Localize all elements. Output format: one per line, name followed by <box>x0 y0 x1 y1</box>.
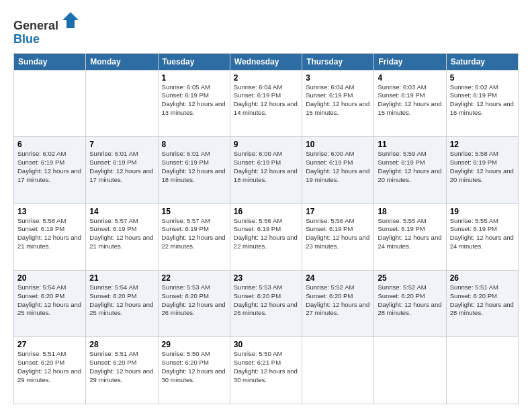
day-info: Sunrise: 5:55 AM Sunset: 6:19 PM Dayligh… <box>450 217 515 251</box>
calendar-cell: 4Sunrise: 6:03 AM Sunset: 6:19 PM Daylig… <box>374 70 446 136</box>
day-number: 30 <box>234 340 298 349</box>
calendar-cell: 10Sunrise: 6:00 AM Sunset: 6:19 PM Dayli… <box>302 137 374 203</box>
day-number: 7 <box>89 140 154 149</box>
calendar-table: SundayMondayTuesdayWednesdayThursdayFrid… <box>13 53 519 404</box>
logo-icon <box>61 11 80 30</box>
day-number: 24 <box>306 273 370 283</box>
day-number: 17 <box>306 207 370 216</box>
calendar-cell: 22Sunrise: 5:53 AM Sunset: 6:20 PM Dayli… <box>158 271 230 337</box>
day-info: Sunrise: 5:51 AM Sunset: 6:20 PM Dayligh… <box>89 350 154 384</box>
day-number: 28 <box>89 340 154 349</box>
day-number: 29 <box>162 340 226 349</box>
calendar-cell: 21Sunrise: 5:54 AM Sunset: 6:20 PM Dayli… <box>86 271 158 337</box>
calendar-cell <box>14 70 86 136</box>
day-number: 9 <box>234 140 298 149</box>
day-number: 10 <box>306 140 370 149</box>
day-info: Sunrise: 5:53 AM Sunset: 6:20 PM Dayligh… <box>234 283 298 318</box>
day-info: Sunrise: 5:56 AM Sunset: 6:19 PM Dayligh… <box>234 217 298 251</box>
calendar-row-1: 6Sunrise: 6:02 AM Sunset: 6:19 PM Daylig… <box>14 137 519 203</box>
header: General Blue <box>13 11 519 46</box>
calendar-cell: 29Sunrise: 5:50 AM Sunset: 6:20 PM Dayli… <box>158 337 230 404</box>
weekday-header-sunday: Sunday <box>14 53 86 70</box>
calendar-header-row: SundayMondayTuesdayWednesdayThursdayFrid… <box>14 53 519 70</box>
calendar-cell <box>374 337 446 404</box>
day-info: Sunrise: 5:57 AM Sunset: 6:19 PM Dayligh… <box>162 217 226 251</box>
calendar-cell: 28Sunrise: 5:51 AM Sunset: 6:20 PM Dayli… <box>86 337 158 404</box>
weekday-header-thursday: Thursday <box>302 53 374 70</box>
calendar-cell: 13Sunrise: 5:58 AM Sunset: 6:19 PM Dayli… <box>14 203 86 270</box>
day-info: Sunrise: 6:02 AM Sunset: 6:19 PM Dayligh… <box>450 83 515 118</box>
day-number: 4 <box>378 73 442 83</box>
calendar-cell: 18Sunrise: 5:55 AM Sunset: 6:19 PM Dayli… <box>374 203 446 270</box>
day-info: Sunrise: 5:51 AM Sunset: 6:20 PM Dayligh… <box>17 350 82 384</box>
day-info: Sunrise: 5:53 AM Sunset: 6:20 PM Dayligh… <box>162 283 226 318</box>
calendar-cell: 1Sunrise: 6:05 AM Sunset: 6:19 PM Daylig… <box>158 70 230 136</box>
calendar-cell: 16Sunrise: 5:56 AM Sunset: 6:19 PM Dayli… <box>230 203 302 270</box>
day-info: Sunrise: 6:04 AM Sunset: 6:19 PM Dayligh… <box>234 83 298 118</box>
weekday-header-tuesday: Tuesday <box>158 53 230 70</box>
day-number: 23 <box>234 273 298 283</box>
day-info: Sunrise: 5:58 AM Sunset: 6:19 PM Dayligh… <box>17 217 82 251</box>
day-number: 12 <box>450 140 515 149</box>
svg-marker-0 <box>62 12 79 28</box>
calendar-row-3: 20Sunrise: 5:54 AM Sunset: 6:20 PM Dayli… <box>14 271 519 337</box>
calendar-cell <box>446 337 518 404</box>
day-info: Sunrise: 6:00 AM Sunset: 6:19 PM Dayligh… <box>306 150 370 184</box>
day-info: Sunrise: 5:54 AM Sunset: 6:20 PM Dayligh… <box>89 283 154 318</box>
calendar-row-4: 27Sunrise: 5:51 AM Sunset: 6:20 PM Dayli… <box>14 337 519 404</box>
day-info: Sunrise: 6:03 AM Sunset: 6:19 PM Dayligh… <box>378 83 442 118</box>
calendar-cell: 26Sunrise: 5:51 AM Sunset: 6:20 PM Dayli… <box>446 271 518 337</box>
day-number: 18 <box>378 207 442 216</box>
day-number: 27 <box>17 340 82 349</box>
calendar-cell <box>86 70 158 136</box>
day-info: Sunrise: 5:50 AM Sunset: 6:21 PM Dayligh… <box>234 350 298 384</box>
calendar-cell: 25Sunrise: 5:52 AM Sunset: 6:20 PM Dayli… <box>374 271 446 337</box>
logo-general: General <box>13 19 58 32</box>
day-info: Sunrise: 6:05 AM Sunset: 6:19 PM Dayligh… <box>162 83 226 118</box>
weekday-header-saturday: Saturday <box>446 53 518 70</box>
calendar-cell: 23Sunrise: 5:53 AM Sunset: 6:20 PM Dayli… <box>230 271 302 337</box>
calendar-cell: 6Sunrise: 6:02 AM Sunset: 6:19 PM Daylig… <box>14 137 86 203</box>
calendar-cell: 24Sunrise: 5:52 AM Sunset: 6:20 PM Dayli… <box>302 271 374 337</box>
day-info: Sunrise: 5:55 AM Sunset: 6:19 PM Dayligh… <box>378 217 442 251</box>
day-number: 6 <box>17 140 82 149</box>
day-number: 26 <box>450 273 515 283</box>
weekday-header-wednesday: Wednesday <box>230 53 302 70</box>
day-info: Sunrise: 5:52 AM Sunset: 6:20 PM Dayligh… <box>378 283 442 318</box>
day-info: Sunrise: 5:57 AM Sunset: 6:19 PM Dayligh… <box>89 217 154 251</box>
logo-blue: Blue <box>13 32 40 46</box>
day-number: 16 <box>234 207 298 216</box>
day-number: 25 <box>378 273 442 283</box>
day-number: 8 <box>162 140 226 149</box>
calendar-cell: 8Sunrise: 6:01 AM Sunset: 6:19 PM Daylig… <box>158 137 230 203</box>
day-number: 19 <box>450 207 515 216</box>
page: General Blue SundayMondayTuesdayWednesda… <box>0 0 532 411</box>
day-info: Sunrise: 5:51 AM Sunset: 6:20 PM Dayligh… <box>450 283 515 318</box>
calendar-cell: 12Sunrise: 5:58 AM Sunset: 6:19 PM Dayli… <box>446 137 518 203</box>
day-number: 1 <box>162 73 226 83</box>
day-number: 21 <box>89 273 154 283</box>
day-info: Sunrise: 5:50 AM Sunset: 6:20 PM Dayligh… <box>162 350 226 384</box>
day-info: Sunrise: 6:00 AM Sunset: 6:19 PM Dayligh… <box>234 150 298 184</box>
day-number: 15 <box>162 207 226 216</box>
calendar-cell: 15Sunrise: 5:57 AM Sunset: 6:19 PM Dayli… <box>158 203 230 270</box>
day-info: Sunrise: 5:56 AM Sunset: 6:19 PM Dayligh… <box>306 217 370 251</box>
logo-text: General Blue <box>13 11 80 46</box>
calendar-cell: 17Sunrise: 5:56 AM Sunset: 6:19 PM Dayli… <box>302 203 374 270</box>
calendar-cell <box>302 337 374 404</box>
calendar-cell: 19Sunrise: 5:55 AM Sunset: 6:19 PM Dayli… <box>446 203 518 270</box>
day-number: 2 <box>234 73 298 83</box>
calendar-row-2: 13Sunrise: 5:58 AM Sunset: 6:19 PM Dayli… <box>14 203 519 270</box>
weekday-header-friday: Friday <box>374 53 446 70</box>
day-info: Sunrise: 5:52 AM Sunset: 6:20 PM Dayligh… <box>306 283 370 318</box>
calendar-cell: 3Sunrise: 6:04 AM Sunset: 6:19 PM Daylig… <box>302 70 374 136</box>
calendar-cell: 11Sunrise: 5:59 AM Sunset: 6:19 PM Dayli… <box>374 137 446 203</box>
calendar-cell: 9Sunrise: 6:00 AM Sunset: 6:19 PM Daylig… <box>230 137 302 203</box>
calendar-cell: 2Sunrise: 6:04 AM Sunset: 6:19 PM Daylig… <box>230 70 302 136</box>
day-number: 3 <box>306 73 370 83</box>
day-number: 13 <box>17 207 82 216</box>
calendar-cell: 30Sunrise: 5:50 AM Sunset: 6:21 PM Dayli… <box>230 337 302 404</box>
calendar-cell: 5Sunrise: 6:02 AM Sunset: 6:19 PM Daylig… <box>446 70 518 136</box>
calendar-row-0: 1Sunrise: 6:05 AM Sunset: 6:19 PM Daylig… <box>14 70 519 136</box>
day-info: Sunrise: 5:58 AM Sunset: 6:19 PM Dayligh… <box>450 150 515 184</box>
